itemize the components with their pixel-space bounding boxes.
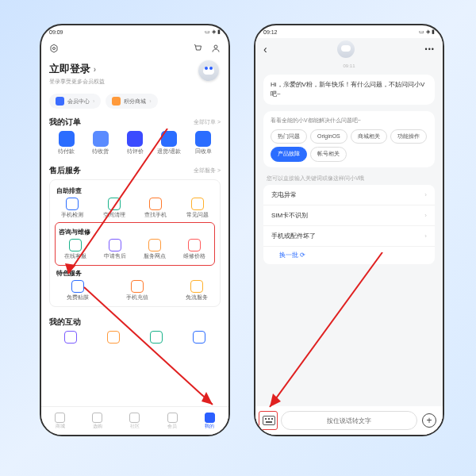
grid-item[interactable] (49, 331, 92, 344)
tab-0[interactable]: 商城 (55, 413, 65, 429)
chip[interactable]: 帐号相关 (310, 147, 347, 162)
phone-right: 09:12 ▭ ◈ ▮ ‹ ••• 09:11 Hi，亲爱的V粉，新年快乐！有什… (254, 24, 444, 436)
pill[interactable]: 积分商城 › (106, 94, 157, 109)
grid-item[interactable]: 手机检测 (52, 198, 94, 219)
chip[interactable]: 热门问题 (271, 129, 307, 144)
login-title: 立即登录 (49, 63, 90, 75)
status-icons: ▭ ◈ ▮ (205, 29, 221, 35)
interact-row (49, 331, 221, 344)
grid-item[interactable] (178, 331, 221, 344)
grid-item[interactable]: 查找手机 (135, 198, 177, 219)
status-time: 09:12 (263, 29, 278, 35)
grid-item[interactable]: 常见问题 (177, 198, 219, 219)
grid-item[interactable]: 服务网点 (135, 239, 175, 260)
grid-item[interactable]: 待付款 (49, 131, 83, 155)
interact-title: 我的互动 (49, 317, 81, 328)
chips-row: 热门问题OriginOS商城相关功能操作产品故障帐号相关 (271, 129, 428, 162)
orders-row: 待付款待收货待评价退货/退款回收单 (49, 131, 221, 155)
service-box: 自助排查 手机检测空间清理查找手机常见问题 咨询与维修 在线客服申请售后服务网点… (49, 179, 221, 307)
question-row[interactable]: 手机或配件坏了› (263, 226, 435, 247)
group3-title: 特色服务 (52, 269, 218, 278)
grid-item[interactable]: 维修价格 (175, 239, 214, 260)
grid-item[interactable]: 空间清理 (94, 198, 136, 219)
status-time: 09:09 (49, 29, 63, 35)
group3-row: 免费贴膜手机充值免流服务 (52, 280, 218, 301)
service-title: 售后服务 (49, 165, 81, 176)
chat-body: ‹ ••• 09:11 Hi，亲爱的V粉，新年快乐！有什么问题，不妨问问小V吧~… (255, 38, 443, 435)
status-bar: 09:09 ▭ ◈ ▮ (41, 25, 228, 38)
orders-section: 我的订单全部订单 > 待付款待收货待评价退货/退款回收单 (41, 113, 228, 162)
status-bar: 09:12 ▭ ◈ ▮ (255, 25, 443, 38)
grid-item[interactable]: 退货/退款 (152, 131, 186, 155)
group1-row: 手机检测空间清理查找手机常见问题 (52, 198, 218, 219)
grid-item[interactable]: 待收货 (83, 131, 117, 155)
grid-item[interactable]: 免费贴膜 (56, 280, 98, 301)
back-icon[interactable]: ‹ (263, 43, 267, 56)
avatar[interactable] (198, 60, 219, 81)
greeting-bubble: Hi，亲爱的V粉，新年快乐！有什么问题，不妨问问小V吧~ (263, 75, 435, 105)
tab-3[interactable]: 会员 (167, 413, 178, 429)
q-hint: 您可以直接输入关键词或像这样问小V哦 (267, 175, 432, 182)
group2-row: 在线客服申请售后服务网点维修价格 (56, 239, 214, 260)
service-section: 售后服务全部服务 > 自助排查 手机检测空间清理查找手机常见问题 咨询与维修 在… (41, 162, 228, 313)
tab-1[interactable]: 选购 (92, 413, 102, 429)
group2-title: 咨询与维修 (56, 228, 214, 236)
grid-item[interactable] (92, 331, 135, 344)
bot-avatar (337, 40, 355, 58)
phone-left: 09:09 ▭ ◈ ▮ 立即登录 › 登录享受更多会员权益 会员中心 ›积分商城… (40, 24, 230, 436)
cart-icon[interactable] (194, 44, 203, 53)
plus-button[interactable]: + (422, 413, 436, 428)
question-row[interactable]: 充电异常› (263, 185, 435, 205)
help-hint: 看看全能的小V都能解决什么问题吧~ (271, 117, 428, 125)
question-row[interactable]: SIM卡不识别› (263, 205, 435, 226)
chip[interactable]: 功能操作 (390, 129, 427, 144)
svg-marker-6 (202, 392, 213, 405)
settings-icon[interactable] (49, 44, 59, 53)
refresh-button[interactable]: 换一批 ⟳ (263, 247, 435, 264)
login-subtitle: 登录享受更多会员权益 (49, 78, 221, 86)
chip[interactable]: 产品故障 (271, 147, 307, 162)
questions-list: 充电异常›SIM卡不识别›手机或配件坏了› (255, 185, 443, 247)
chip[interactable]: 商城相关 (351, 129, 387, 144)
grid-item[interactable]: 免流服务 (176, 280, 218, 301)
pills-row: 会员中心 ›积分商城 › (41, 90, 228, 113)
status-icons: ▭ ◈ ▮ (419, 29, 435, 35)
grid-item[interactable]: 回收单 (186, 131, 221, 155)
interact-section: 我的互动 (41, 313, 228, 350)
group2-highlight: 咨询与维修 在线客服申请售后服务网点维修价格 (55, 222, 215, 266)
header (41, 38, 228, 59)
svg-point-1 (53, 48, 56, 50)
orders-more[interactable]: 全部订单 > (194, 118, 221, 126)
svg-marker-0 (51, 44, 57, 52)
keyboard-highlight (259, 411, 278, 430)
pill[interactable]: 会员中心 › (49, 94, 101, 109)
chat-timestamp: 09:11 (255, 63, 443, 68)
grid-item[interactable]: 申请售后 (95, 239, 135, 260)
voice-input[interactable]: 按住说话转文字 (281, 411, 417, 430)
tab-4[interactable]: 我的 (205, 413, 215, 429)
tab-bar: 商城选购社区会员我的 (41, 406, 228, 435)
orders-title: 我的订单 (49, 117, 81, 128)
input-bar: 按住说话转文字 + (255, 406, 443, 435)
grid-item[interactable]: 待评价 (117, 131, 152, 155)
grid-item[interactable] (135, 331, 178, 344)
grid-item[interactable]: 手机充值 (116, 280, 158, 301)
chip[interactable]: OriginOS (310, 129, 347, 144)
profile-icon[interactable] (211, 44, 221, 53)
tab-2[interactable]: 社区 (129, 413, 140, 429)
group1-title: 自助排查 (52, 186, 218, 195)
help-bubble: 看看全能的小V都能解决什么问题吧~ 热门问题OriginOS商城相关功能操作产品… (263, 111, 435, 167)
chat-header: ‹ ••• (255, 38, 443, 60)
grid-item[interactable]: 在线客服 (56, 239, 95, 260)
more-icon[interactable]: ••• (425, 45, 435, 53)
svg-point-2 (214, 45, 217, 48)
login-block[interactable]: 立即登录 › 登录享受更多会员权益 (41, 59, 228, 90)
service-more[interactable]: 全部服务 > (194, 167, 221, 175)
